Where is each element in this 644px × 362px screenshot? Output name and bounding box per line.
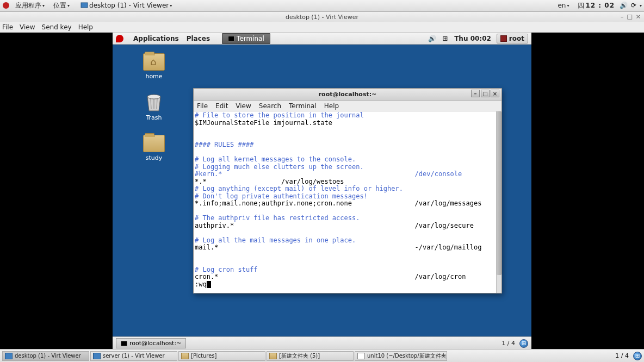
chevron-down-icon: ▾ xyxy=(640,3,642,8)
terminal-menu-file[interactable]: File xyxy=(197,102,208,110)
volume-icon[interactable]: 🔊 xyxy=(428,35,436,42)
terminal-scrollbar[interactable] xyxy=(496,111,501,293)
terminal-icon xyxy=(228,36,234,41)
host-places-menu[interactable]: 位置 ▾ xyxy=(50,0,73,11)
document-icon xyxy=(357,353,365,359)
guest-terminal-window[interactable]: root@localhost:~ – □ × File Edit View Se… xyxy=(193,88,502,294)
chevron-down-icon: ▾ xyxy=(567,3,569,8)
terminal-icon xyxy=(121,341,127,346)
task-label: desktop (1) - Virt Viewer xyxy=(89,2,169,9)
host-clock[interactable]: 四 12 : 02 xyxy=(574,0,618,11)
virt-menu-view[interactable]: View xyxy=(20,23,35,31)
terminal-menu-help[interactable]: Help xyxy=(324,102,339,110)
volume-icon[interactable]: 🔊 xyxy=(620,2,628,9)
guest-bottom-panel: root@localhost:~ 1 / 4 ⊞ xyxy=(113,336,531,349)
host-workspace-switcher-icon[interactable]: ⊞ xyxy=(633,352,642,360)
icon-label: Trash xyxy=(146,114,162,121)
virt-title: desktop (1) - Virt Viewer xyxy=(286,14,358,21)
icon-label: study xyxy=(146,154,163,161)
redhat-logo-icon xyxy=(116,35,123,42)
root-warning-icon xyxy=(500,35,507,42)
user-label: root xyxy=(509,35,524,42)
screen-icon xyxy=(5,353,13,359)
guest-taskbar-terminal[interactable]: Terminal xyxy=(222,33,270,44)
guest-terminal-titlebar[interactable]: root@localhost:~ – □ × xyxy=(194,89,501,101)
host-task-folder5[interactable]: [新建文件夹 (5)] xyxy=(267,351,354,361)
close-button[interactable]: × xyxy=(491,90,499,97)
screen-icon xyxy=(93,353,101,359)
virt-menubar: File View Send key Help xyxy=(0,22,644,33)
host-workspace-indicator-text: 1 / 4 xyxy=(615,352,629,359)
virt-menu-sendkey[interactable]: Send key xyxy=(42,23,72,31)
trash-icon xyxy=(145,92,163,112)
host-task-desktop-virt[interactable]: desktop (1) - Virt Viewer xyxy=(2,351,89,361)
vnc-display[interactable]: Applications Places Terminal 🔊 ⊞ Thu 00:… xyxy=(0,33,644,349)
folder-icon xyxy=(269,353,277,359)
chevron-down-icon: ▾ xyxy=(170,3,172,8)
tab-label: Terminal xyxy=(237,35,264,42)
virt-viewer-window: desktop (1) - Virt Viewer – □ × File Vie… xyxy=(0,11,644,349)
svg-point-0 xyxy=(3,2,9,9)
terminal-menu-view[interactable]: View xyxy=(236,102,251,110)
svg-point-2 xyxy=(147,95,160,99)
virt-titlebar: desktop (1) - Virt Viewer – □ × xyxy=(0,12,644,22)
terminal-title: root@localhost:~ xyxy=(319,91,377,98)
host-applications-menu[interactable]: 应用程序 ▾ xyxy=(12,0,48,11)
host-bottom-panel: desktop (1) - Virt Viewer server (1) - V… xyxy=(0,349,644,362)
network-icon[interactable]: ⊞ xyxy=(441,35,449,42)
host-task-server-virt[interactable]: server (1) - Virt Viewer xyxy=(90,351,177,361)
terminal-content[interactable]: # File to store the position in the jour… xyxy=(194,111,501,293)
scrollbar-thumb[interactable] xyxy=(497,111,501,275)
host-task-pictures[interactable]: [Pictures] xyxy=(178,351,265,361)
guest-top-panel: Applications Places Terminal 🔊 ⊞ Thu 00:… xyxy=(113,33,531,45)
guest-applications-menu[interactable]: Applications xyxy=(133,35,179,42)
menu-label: 应用程序 xyxy=(15,1,41,10)
desktop-icon-study[interactable]: study xyxy=(137,135,171,161)
virt-maximize-button[interactable]: □ xyxy=(627,13,632,20)
guest-task-terminal[interactable]: root@localhost:~ xyxy=(116,338,186,348)
workspace-indicator-text: 1 / 4 xyxy=(501,340,515,347)
virt-close-button[interactable]: × xyxy=(636,13,641,20)
host-lang-indicator[interactable]: en ▾ xyxy=(554,1,572,10)
virt-menu-help[interactable]: Help xyxy=(78,23,93,31)
guest-user-menu[interactable]: root xyxy=(497,34,528,43)
guest-places-menu[interactable]: Places xyxy=(187,35,210,42)
host-window-task[interactable]: desktop (1) - Virt Viewer ▾ xyxy=(77,1,175,10)
menu-label: 位置 xyxy=(53,1,66,10)
guest-clock[interactable]: Thu 00:02 xyxy=(454,35,491,42)
folder-home-icon xyxy=(143,53,165,71)
folder-icon xyxy=(181,353,189,359)
host-task-unit10[interactable]: unit10 (~/Desktop/新建文件夹 (5... xyxy=(355,351,447,361)
terminal-menu-search[interactable]: Search xyxy=(259,102,281,110)
desktop-icon-trash[interactable]: Trash xyxy=(137,92,171,121)
desktop-icon-home[interactable]: home xyxy=(137,53,171,80)
updates-icon[interactable]: ⟳ xyxy=(630,2,637,9)
chevron-down-icon: ▾ xyxy=(67,3,70,8)
fedora-logo-icon xyxy=(2,2,10,9)
maximize-button[interactable]: □ xyxy=(481,90,490,97)
icon-label: home xyxy=(145,73,162,80)
folder-icon xyxy=(143,135,165,152)
terminal-text[interactable]: # File to store the position in the jour… xyxy=(194,111,501,288)
chevron-down-icon: ▾ xyxy=(42,3,45,8)
workspace-switcher-icon[interactable]: ⊞ xyxy=(519,339,528,348)
terminal-menu-edit[interactable]: Edit xyxy=(215,102,228,110)
cursor xyxy=(207,281,211,288)
guest-terminal-menubar: File Edit View Search Terminal Help xyxy=(194,101,501,111)
minimize-button[interactable]: – xyxy=(471,90,480,97)
virt-menu-file[interactable]: File xyxy=(2,23,13,31)
svg-rect-1 xyxy=(81,3,88,8)
task-label: root@localhost:~ xyxy=(129,340,181,347)
virt-minimize-button[interactable]: – xyxy=(621,13,624,20)
guest-desktop[interactable]: Applications Places Terminal 🔊 ⊞ Thu 00:… xyxy=(113,33,531,349)
screen-icon xyxy=(81,2,88,9)
host-top-panel: 应用程序 ▾ 位置 ▾ desktop (1) - Virt Viewer ▾ … xyxy=(0,0,644,11)
terminal-menu-terminal[interactable]: Terminal xyxy=(289,102,317,110)
